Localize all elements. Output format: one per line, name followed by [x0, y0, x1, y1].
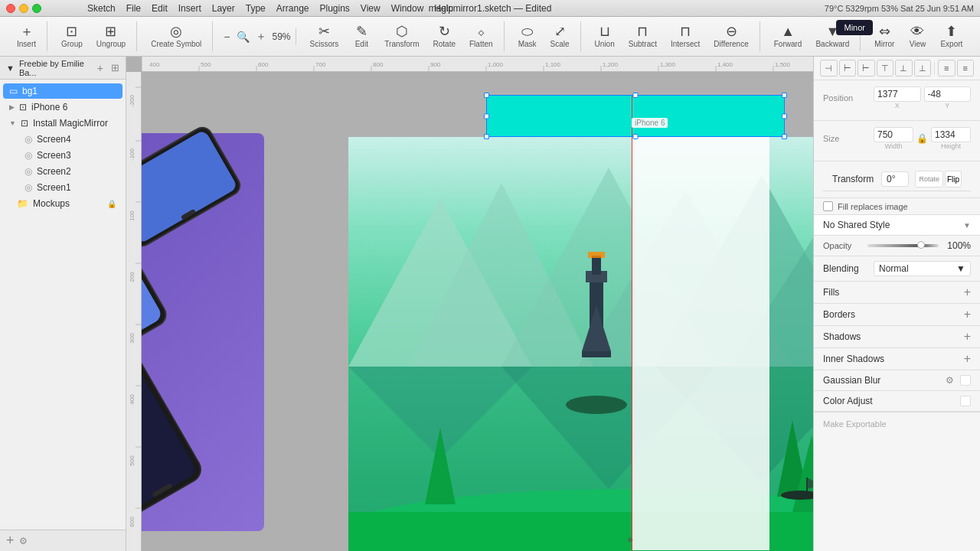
forward-button[interactable]: ▲ Forward: [768, 21, 808, 51]
width-value[interactable]: 750: [874, 127, 913, 142]
union-button[interactable]: ⊔ Union: [589, 21, 621, 51]
gaussian-blur-settings-icon[interactable]: ⚙: [946, 375, 954, 386]
export-button[interactable]: ⬆ Export: [934, 21, 969, 51]
handle-tr[interactable]: [782, 93, 787, 98]
rotate-button[interactable]: ↻ Rotate: [427, 21, 462, 51]
layer-iphone6[interactable]: ▶ ⊡ iPhone 6: [3, 99, 122, 115]
edit-button[interactable]: ✎ Edit: [346, 21, 377, 51]
add-inner-shadow-button[interactable]: +: [964, 353, 971, 365]
distribute-h-button[interactable]: ≡: [938, 60, 956, 77]
canvas-content[interactable]: iPhone 6 ⌖: [142, 72, 813, 551]
handle-tm[interactable]: [633, 93, 639, 98]
distribute-v-button[interactable]: ≡: [957, 60, 975, 77]
make-exportable-button[interactable]: Make Exportable: [823, 419, 887, 429]
align-top-button[interactable]: ⊤: [877, 60, 894, 77]
create-symbol-button[interactable]: ◎ Create Symbol: [145, 21, 207, 51]
add-page-icon[interactable]: +: [97, 62, 103, 74]
shared-style-selector[interactable]: No Shared Style ▼: [814, 215, 980, 236]
page-settings-icon[interactable]: ⊞: [111, 62, 119, 73]
inner-shadows-section[interactable]: Inner Shadows +: [814, 348, 980, 370]
layer-install[interactable]: ▼ ⊡ Install MagicMirror: [3, 116, 122, 131]
fills-section[interactable]: Fills +: [814, 282, 980, 304]
flip-button[interactable]: Flip: [945, 171, 962, 187]
menu-arrange[interactable]: Arrange: [276, 3, 309, 14]
align-bottom-button[interactable]: ⊥: [914, 60, 932, 77]
layer-screen2[interactable]: ◎ Screen2: [3, 164, 122, 179]
close-button[interactable]: [6, 4, 15, 13]
borders-section[interactable]: Borders +: [814, 304, 980, 326]
fill-replace-checkbox[interactable]: [823, 201, 833, 211]
zoom-in-button[interactable]: ＋: [253, 28, 270, 45]
menu-view[interactable]: View: [361, 3, 381, 14]
page-selector[interactable]: ▼ Freebie by Emilie Ba... + ⊞: [0, 57, 126, 80]
rotate-value[interactable]: 0°: [881, 171, 909, 187]
handle-ml[interactable]: [484, 113, 489, 119]
add-shadow-button[interactable]: +: [964, 331, 971, 343]
transform-button[interactable]: ⬡ Transform: [378, 21, 425, 51]
layer-label-screen2: Screen2: [37, 166, 71, 177]
canvas[interactable]: 400 500 600 700 800 900 1,000 1,100: [126, 57, 813, 551]
y-value[interactable]: -48: [924, 86, 972, 102]
layer-mockups[interactable]: 📁 Mockups 🔒: [3, 196, 122, 211]
scissors-button[interactable]: ✂ Scissors: [304, 21, 345, 51]
color-adjust-section[interactable]: Color Adjust: [814, 391, 980, 412]
zoom-out-button[interactable]: −: [220, 29, 233, 44]
opacity-value[interactable]: 100%: [943, 240, 971, 251]
transform-row: Transform 0° Rotate Flip: [823, 168, 971, 191]
height-value[interactable]: 1334: [931, 127, 971, 142]
handle-bl[interactable]: [484, 134, 489, 139]
handle-mr[interactable]: [782, 113, 787, 119]
mirror-button[interactable]: ⇔ Mirror: [868, 21, 900, 51]
menu-type[interactable]: Type: [246, 3, 266, 14]
difference-button[interactable]: ⊖ Difference: [707, 21, 754, 51]
opacity-slider[interactable]: [867, 244, 939, 247]
menu-window[interactable]: Window: [391, 3, 424, 14]
mask-button[interactable]: ⬭ Mask: [512, 21, 543, 51]
scale-button[interactable]: ⤢ Scale: [544, 21, 576, 51]
lock-ratio-icon[interactable]: 🔒: [916, 133, 928, 144]
minimize-button[interactable]: [19, 4, 28, 13]
x-value[interactable]: 1377: [874, 86, 921, 102]
shadows-section[interactable]: Shadows +: [814, 326, 980, 348]
align-middle-v-button[interactable]: ⊥: [895, 60, 913, 77]
menu-insert[interactable]: Insert: [178, 3, 201, 14]
group-button[interactable]: ⊡ Group: [55, 21, 89, 51]
opacity-label: Opacity: [823, 241, 863, 250]
menu-bar[interactable]: Sketch File Edit Insert Layer Type Arran…: [87, 3, 453, 14]
intersect-button[interactable]: ⊓ Intersect: [665, 21, 706, 51]
export-icon: ⬆: [946, 24, 957, 38]
color-adjust-checkbox[interactable]: [960, 396, 971, 406]
menu-sketch[interactable]: Sketch: [87, 3, 116, 14]
move-handle[interactable]: ⌖: [627, 533, 633, 546]
opacity-thumb[interactable]: [917, 241, 925, 249]
insert-button[interactable]: ＋ Insert: [11, 21, 42, 51]
menu-layer[interactable]: Layer: [212, 3, 235, 14]
layer-settings-button[interactable]: ⚙: [19, 536, 28, 546]
flatten-button[interactable]: ⬦ Flatten: [463, 21, 499, 51]
fullscreen-button[interactable]: [32, 4, 41, 13]
traffic-lights[interactable]: [6, 4, 41, 13]
menu-edit[interactable]: Edit: [152, 3, 168, 14]
align-right-button[interactable]: ⊢: [858, 60, 875, 77]
blend-select[interactable]: Normal ▼: [874, 261, 971, 276]
menu-file[interactable]: File: [126, 3, 141, 14]
gaussian-blur-section[interactable]: Gaussian Blur ⚙: [814, 370, 980, 391]
align-center-h-button[interactable]: ⊢: [839, 60, 857, 77]
menu-plugins[interactable]: Plugins: [319, 3, 349, 14]
gaussian-blur-checkbox[interactable]: [960, 375, 971, 386]
scissors-label: Scissors: [310, 40, 339, 48]
add-fill-button[interactable]: +: [964, 286, 971, 298]
layer-screen4[interactable]: ◎ Screen4: [3, 132, 122, 147]
handle-br[interactable]: [782, 134, 787, 139]
handle-bm[interactable]: [633, 134, 639, 139]
add-border-button[interactable]: +: [964, 308, 971, 321]
subtract-button[interactable]: ⊓ Subtract: [622, 21, 663, 51]
ungroup-button[interactable]: ⊞ Ungroup: [90, 21, 132, 51]
add-layer-button[interactable]: +: [6, 533, 15, 549]
layer-screen1[interactable]: ◎ Screen1: [3, 180, 122, 195]
layer-bg1[interactable]: ▭ bg1: [3, 83, 122, 99]
handle-tl[interactable]: [484, 93, 489, 98]
align-left-button[interactable]: ⊣: [820, 60, 838, 77]
layer-screen3[interactable]: ◎ Screen3: [3, 148, 122, 163]
view-button[interactable]: 👁 View: [902, 21, 933, 51]
